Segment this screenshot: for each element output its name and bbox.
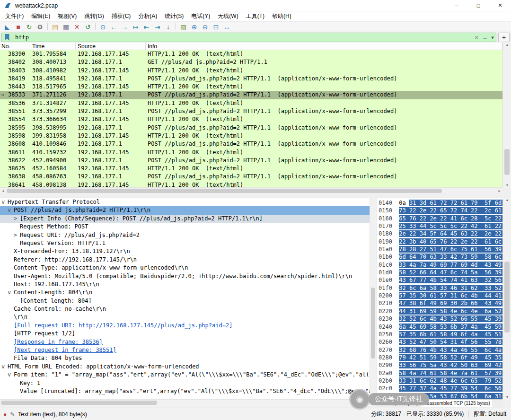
hex-row[interactable]: 0150 73 22 2e 22 65 72 74 22 2c 61 72 72…: [377, 207, 502, 214]
hex-row[interactable]: 0290 33 56 75 5a 43 42 50 63 69 42 4f 62…: [377, 361, 502, 369]
detail-row[interactable]: >[Expert Info (Chat/Sequence): POST //pl…: [0, 215, 370, 223]
auto-scroll-icon[interactable]: ↓: [163, 22, 174, 32]
menu-item-go[interactable]: 跳转(G): [80, 11, 107, 21]
scroll-up-icon[interactable]: ▲: [503, 43, 511, 46]
packet-row[interactable]: 38402308.400713192.168.177.1GET //plus/a…: [0, 58, 502, 66]
scroll-thumb[interactable]: [371, 288, 375, 359]
capture-options-icon[interactable]: ⚙: [35, 22, 45, 32]
hex-row[interactable]: 0180 2e 22 34 5f 64 45 63 22 2e 22 4f 64…: [377, 230, 502, 237]
detail-vscrollbar[interactable]: [370, 198, 376, 399]
detail-row[interactable]: [HTTP request 1/2]: [0, 330, 370, 338]
menu-item-statistics[interactable]: 统计(S): [161, 11, 187, 21]
packet-row[interactable]: 38403308.410982192.168.177.145HTTP/1.1 2…: [0, 67, 502, 75]
expander-icon[interactable]: v: [1, 198, 8, 206]
filter-apply-icon[interactable]: →: [481, 34, 489, 41]
expander-icon[interactable]: >: [14, 231, 20, 239]
hex-row[interactable]: 0250 57 35 6b 61 58 49 6f 4a 45 51 70 4f…: [377, 331, 502, 338]
packet-row[interactable]: 38638458.086763192.168.177.1POST //plus/…: [0, 173, 502, 181]
detail-row[interactable]: Key: 1: [0, 379, 370, 387]
scroll-thumb[interactable]: [1, 401, 157, 405]
hex-row[interactable]: 0230 32 52 6c 4b 43 52 66 55 45 39 54 56…: [377, 315, 502, 323]
close-button[interactable]: ✕: [489, 0, 511, 11]
maximize-button[interactable]: □: [467, 0, 489, 11]
detail-row[interactable]: X-Forwarded-For: 13.18.119.127\r\n: [0, 247, 370, 255]
zoom-reset-icon[interactable]: ⊡: [211, 22, 221, 32]
zoom-out-icon[interactable]: ⊖: [200, 22, 211, 32]
go-first-icon[interactable]: ⇤: [141, 22, 152, 32]
hex-row[interactable]: 0200 57 35 30 61 57 31 6c 4b 44 41 70 4f…: [377, 292, 502, 299]
packet-row[interactable]: 38536371.314827192.168.177.145HTTP/1.1 2…: [0, 99, 502, 107]
detail-row[interactable]: [Content length: 804]: [0, 297, 370, 305]
packet-row[interactable]: 38608410.109846192.168.177.1POST //plus/…: [0, 140, 502, 148]
hex-row[interactable]: 0280 79 42 51 59 58 52 6f 49 45 35 76 64…: [377, 354, 502, 361]
filter-add-button[interactable]: +: [498, 33, 510, 42]
expert-info-icon[interactable]: ●: [3, 411, 7, 418]
reload-file-icon[interactable]: ↺: [82, 22, 93, 32]
packet-row[interactable]: 38419318.495841192.168.177.1POST //plus/…: [0, 75, 502, 83]
detail-row[interactable]: Cache-Control: no-cache\r\n: [0, 305, 370, 313]
hex-row[interactable]: 0220 44 31 69 59 58 4e 6c 4e 6a 52 66 5a…: [377, 307, 502, 315]
hex-pane[interactable]: 0140 0a 31 3d 61 72 72 61 79 5f 6d 61 70…: [377, 198, 502, 399]
capture-comment-icon[interactable]: ✎: [10, 411, 15, 418]
save-file-icon[interactable]: ▦: [61, 22, 71, 32]
open-file-icon[interactable]: ▤: [50, 22, 61, 32]
hex-row[interactable]: 0170 25 33 44 5c 5c 5c 22 42 61 22 2e 22…: [377, 222, 502, 230]
menu-item-tools[interactable]: 工具(T): [242, 11, 268, 21]
detail-row[interactable]: Host: 192.168.177.145\r\n: [0, 280, 370, 289]
scroll-thumb[interactable]: [7, 189, 442, 193]
menu-item-capture[interactable]: 捕获(C): [108, 11, 135, 21]
packet-row[interactable]: 38595398.538995192.168.177.1POST //plus/…: [0, 124, 502, 132]
packet-row[interactable]: 38443318.517965192.168.177.145HTTP/1.1 2…: [0, 83, 502, 91]
filter-field[interactable]: http ✕ → ▾: [1, 33, 496, 42]
menu-item-help[interactable]: 帮助(H): [268, 11, 295, 21]
hex-row[interactable]: 02a0 58 4a 74 61 58 4e 7a 61 57 39 75 49…: [377, 369, 502, 377]
start-capture-icon[interactable]: ◣: [2, 22, 13, 32]
hex-row[interactable]: 0160 65 76 22 2e 22 41 6c 28 5c 22 5c 5c…: [377, 215, 502, 222]
hex-row[interactable]: 01b0 6d 64 70 63 33 42 73 59 58 6c 66 5a…: [377, 253, 502, 261]
hex-vscrollbar[interactable]: ▲ ▼: [502, 198, 511, 399]
scroll-down-icon[interactable]: ▼: [503, 184, 511, 187]
detail-row[interactable]: \r\n: [0, 313, 370, 321]
expander-icon[interactable]: v: [8, 206, 14, 214]
hex-row[interactable]: 01d0 58 52 66 64 47 6c 74 5a 56 39 73 61…: [377, 269, 502, 276]
packet-row[interactable]: 38641458.098138192.168.177.145HTTP/1.1 2…: [0, 181, 502, 187]
filter-input[interactable]: http: [12, 34, 472, 41]
menu-item-analyze[interactable]: 分析(A): [134, 11, 161, 21]
packet-row[interactable]: 38611410.159732192.168.177.145HTTP/1.1 2…: [0, 149, 502, 157]
find-packet-icon[interactable]: ⊙: [97, 22, 108, 32]
hex-row[interactable]: 0190 22 3b 40 65 76 22 2e 22 61 6c 28 5c…: [377, 238, 502, 245]
expander-icon[interactable]: >: [14, 215, 20, 223]
hex-row[interactable]: 01c0 33 4a 7a 49 69 77 69 4d 43 49 70 4f…: [377, 261, 502, 269]
hex-row[interactable]: 01a0 78 28 27 51 47 6c 75 61 56 39 7a 5a…: [377, 245, 502, 253]
hex-row[interactable]: 0240 6a 45 69 58 53 6b 37 4a 45 59 39 51…: [377, 323, 502, 331]
detail-row[interactable]: vForm item: "1" = "array_map("ass"."ert"…: [0, 371, 370, 379]
scroll-up-icon[interactable]: ▲: [503, 198, 511, 201]
packet-row[interactable]: →38533371.271126192.168.177.1POST //plus…: [0, 91, 502, 99]
hex-row[interactable]: 01f0 32 6c 6a 58 33 46 31 62 33 52 6c 63…: [377, 284, 502, 292]
detail-row[interactable]: [Next request in frame: 38551]: [0, 346, 370, 354]
resize-columns-icon[interactable]: ↔: [221, 22, 232, 32]
detail-row[interactable]: vHypertext Transfer Protocol: [0, 198, 370, 206]
filter-bookmark-icon[interactable]: [2, 33, 12, 42]
hex-row[interactable]: 0140 0a 31 3d 61 72 72 61 79 5f 6d 61 70…: [377, 199, 502, 207]
packet-list-hscrollbar[interactable]: ◂ ▸: [0, 187, 502, 193]
byte-view-tab[interactable]: Reassembled TCP (1125 bytes): [421, 400, 493, 407]
expander-icon[interactable]: v: [1, 363, 8, 371]
scroll-thumb[interactable]: [504, 262, 510, 332]
hex-row[interactable]: 0260 43 52 47 50 54 31 4f 56 55 78 4d 4b…: [377, 338, 502, 346]
filter-clear-icon[interactable]: ✕: [472, 35, 481, 41]
hex-row[interactable]: 01e0 43 67 77 4b 54 74 41 63 32 56 30 58…: [377, 276, 502, 284]
packet-row[interactable]: 38551373.357299192.168.177.1POST //plus/…: [0, 107, 502, 115]
menu-item-telephony[interactable]: 电话(Y): [187, 11, 214, 21]
filter-dropdown-icon[interactable]: ▾: [489, 35, 496, 41]
detail-row[interactable]: File Data: 804 bytes: [0, 354, 370, 362]
menu-item-file[interactable]: 文件(F): [1, 11, 27, 21]
detail-row[interactable]: Request Method: POST: [0, 223, 370, 231]
column-header-no[interactable]: No.: [0, 43, 30, 50]
detail-row[interactable]: >Request URI: //plus/ad_js.php?aid=2: [0, 231, 370, 239]
expander-icon[interactable]: v: [8, 371, 14, 379]
hex-row[interactable]: 0210 47 38 6f 49 69 30 2b 66 43 49 70 4f…: [377, 299, 502, 307]
menu-item-edit[interactable]: 编辑(E): [27, 11, 54, 21]
detail-row[interactable]: Value [truncated]: array_map("ass"."ert"…: [0, 387, 370, 395]
stop-capture-icon[interactable]: ■: [13, 22, 24, 32]
